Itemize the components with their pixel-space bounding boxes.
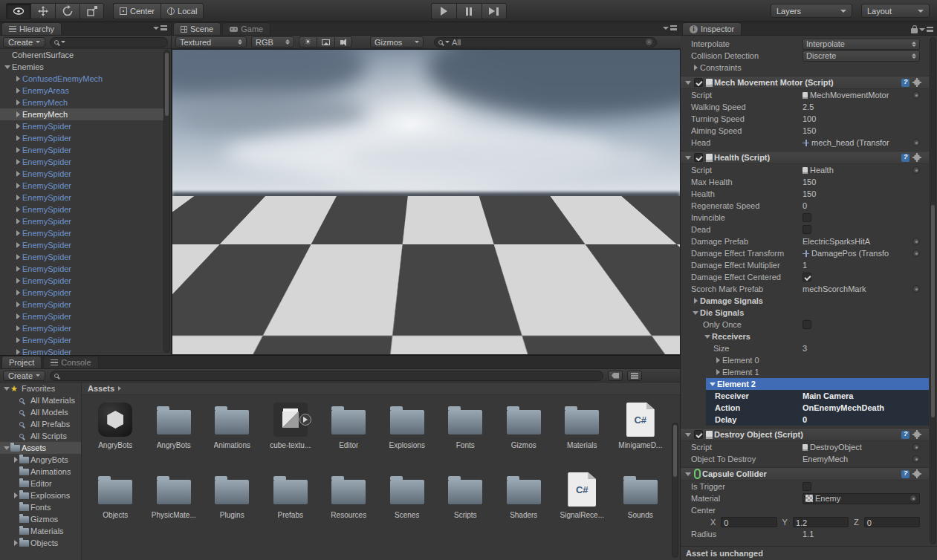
object-picker-icon[interactable] <box>910 495 917 502</box>
foldout-arrow-icon[interactable] <box>13 337 22 343</box>
inspector-row[interactable]: Script Health <box>681 164 929 176</box>
foldout-arrow-icon[interactable] <box>13 123 22 129</box>
asset-item[interactable]: C# cube-textu... <box>262 401 320 471</box>
row-value[interactable]: ElectricSparksHitA <box>803 237 920 246</box>
project-tree-item[interactable]: ★ All Prefabs <box>0 418 81 430</box>
project-tree-item[interactable]: ★ Gizmos <box>0 513 81 525</box>
hierarchy-item[interactable]: EnemySpider <box>0 156 163 168</box>
foldout-arrow-icon[interactable] <box>13 100 22 105</box>
foldout-arrow-icon[interactable] <box>12 492 19 498</box>
foldout-arrow-icon[interactable] <box>13 88 22 94</box>
foldout-arrow-icon[interactable] <box>13 349 22 355</box>
row-value[interactable]: DamagePos (Transfo <box>803 249 920 258</box>
hierarchy-item[interactable]: EnemySpider <box>0 275 163 287</box>
tab-game[interactable]: Game <box>222 22 270 35</box>
object-picker-icon[interactable] <box>912 250 920 257</box>
pivot-local-button[interactable]: Local <box>161 3 204 19</box>
assets-scrollbar[interactable] <box>672 423 678 558</box>
gizmos-dropdown[interactable]: Gizmos <box>370 36 424 48</box>
foldout-arrow-icon[interactable] <box>3 387 10 391</box>
row-value[interactable]: OnEnemyMechDeath <box>803 403 920 412</box>
inspector-row[interactable]: Damage Effect Multiplier 1 <box>681 259 929 271</box>
object-picker-icon[interactable] <box>912 285 920 293</box>
inspector-row[interactable]: Center <box>681 504 929 516</box>
row-value[interactable]: MechMovementMotor <box>803 91 920 100</box>
row-value[interactable]: Discrete <box>803 51 920 62</box>
foldout-arrow-icon[interactable] <box>684 433 693 437</box>
hierarchy-create-button[interactable]: Create <box>3 37 45 48</box>
foldout-arrow-icon[interactable] <box>13 218 22 224</box>
checkbox[interactable] <box>803 482 811 491</box>
foldout-arrow-icon[interactable] <box>13 242 22 248</box>
inspector-row[interactable]: Damage Effect Centered <box>681 271 929 283</box>
inspector-row[interactable]: Dead <box>681 224 929 235</box>
row-value[interactable]: Main Camera <box>803 391 920 400</box>
component-enabled-checkbox[interactable] <box>694 153 703 162</box>
hierarchy-item[interactable]: EnemySpider <box>0 215 163 227</box>
foldout-arrow-icon[interactable] <box>684 156 693 160</box>
hierarchy-item[interactable]: CoherentSurface <box>0 49 163 61</box>
project-tree-item[interactable]: ★ All Scripts <box>0 430 81 442</box>
foldout-arrow-icon[interactable] <box>13 183 22 189</box>
foldout-arrow-icon[interactable] <box>13 195 22 201</box>
row-value[interactable]: 0 <box>803 201 920 210</box>
foldout-arrow-icon[interactable] <box>13 313 22 319</box>
breadcrumb-label[interactable]: Assets <box>88 384 114 393</box>
foldout-arrow-icon[interactable] <box>684 472 693 476</box>
search-by-type-button[interactable] <box>627 371 642 381</box>
project-tree-item[interactable]: ★ Fonts <box>0 501 81 513</box>
audio-toggle-button[interactable] <box>334 36 352 48</box>
asset-item[interactable]: C# SignalRece... <box>553 471 612 541</box>
checkbox[interactable] <box>803 273 811 281</box>
asset-item[interactable]: C# Editor <box>320 401 378 471</box>
row-value[interactable]: EnemyMech <box>803 455 920 463</box>
hierarchy-item[interactable]: EnemySpider <box>0 239 163 251</box>
asset-item[interactable]: C# Resources <box>320 471 378 541</box>
hierarchy-scrollbar[interactable] <box>163 50 170 353</box>
foldout-arrow-icon[interactable] <box>13 290 22 296</box>
foldout-arrow-icon[interactable] <box>691 311 700 315</box>
object-picker-icon[interactable] <box>912 455 920 463</box>
checkbox[interactable] <box>803 213 811 222</box>
project-tree-item[interactable]: ★ Favorites <box>0 382 81 394</box>
asset-item[interactable]: C# Scripts <box>436 471 495 541</box>
inspector-row[interactable]: Invincible <box>681 212 929 224</box>
foldout-arrow-icon[interactable] <box>13 135 22 141</box>
inspector-row[interactable]: Health 150 <box>681 188 929 200</box>
foldout-arrow-icon[interactable] <box>3 446 10 450</box>
inspector-row[interactable]: Health (Script) <box>681 151 929 164</box>
checkbox[interactable] <box>803 320 811 329</box>
x-field[interactable]: 0 <box>721 517 776 527</box>
project-tree-item[interactable]: ★ Editor <box>0 478 81 489</box>
project-create-button[interactable]: Create <box>3 371 45 381</box>
foldout-arrow-icon[interactable] <box>13 230 22 236</box>
inspector-row[interactable]: Constraints <box>681 62 929 74</box>
foldout-arrow-icon[interactable] <box>684 81 693 85</box>
foldout-arrow-icon[interactable] <box>12 457 19 463</box>
inspector-row[interactable]: Damage Effect Transform DamagePos (Trans… <box>681 247 929 259</box>
gear-icon[interactable] <box>914 432 920 437</box>
foldout-arrow-icon[interactable] <box>13 206 22 212</box>
component-enabled-checkbox[interactable] <box>694 430 703 439</box>
hierarchy-item[interactable]: EnemySpider <box>0 334 163 346</box>
foldout-arrow-icon[interactable] <box>13 278 22 284</box>
asset-item[interactable]: C# MinigameD... <box>612 401 670 471</box>
hierarchy-item[interactable]: EnemySpider <box>0 287 163 299</box>
inspector-row[interactable]: Delay 0 <box>706 414 929 426</box>
pivot-center-button[interactable]: Center <box>113 3 161 19</box>
foldout-arrow-icon[interactable] <box>13 76 22 82</box>
hierarchy-item[interactable]: EnemySpider <box>0 310 163 322</box>
scene-viewport[interactable] <box>172 49 681 355</box>
asset-item[interactable]: C# AngryBots <box>145 401 204 471</box>
hierarchy-item[interactable]: EnemySpider <box>0 299 163 310</box>
asset-item[interactable]: C# Fonts <box>436 401 495 471</box>
scale-tool-button[interactable] <box>80 3 104 19</box>
foldout-arrow-icon[interactable] <box>703 335 712 339</box>
inspector-row[interactable]: Element 2 <box>706 378 929 390</box>
move-tool-button[interactable] <box>30 3 55 19</box>
help-icon[interactable] <box>901 431 910 439</box>
hierarchy-item[interactable]: EnemySpider <box>0 192 163 204</box>
project-tree-item[interactable]: ★ Animations <box>0 466 81 478</box>
rotate-tool-button[interactable] <box>55 3 80 19</box>
render-channels-dropdown[interactable]: RGB <box>251 36 294 48</box>
